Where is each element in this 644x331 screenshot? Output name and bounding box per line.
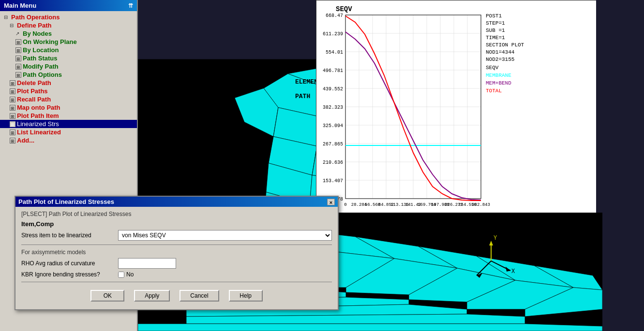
svg-text:0: 0 bbox=[344, 202, 346, 207]
stress-item-row: Stress item to be linearized von Mises S… bbox=[21, 230, 332, 241]
menu-title: Main Menu bbox=[4, 2, 36, 9]
rho-label: RHO Avg radius of curvature bbox=[21, 260, 118, 267]
chart-svg: SEQV POST1 STEP=1 SUB =1 TIME=1 SECTION … bbox=[316, 0, 596, 223]
sidebar-item-define-path[interactable]: ⊟ Define Path bbox=[0, 21, 137, 29]
svg-text:496.781: 496.781 bbox=[323, 68, 343, 73]
sidebar-item-by-location[interactable]: ⊞ By Location bbox=[0, 46, 137, 54]
svg-marker-141 bbox=[138, 324, 602, 331]
sidebar-item-plot-path-item[interactable]: ⊞ Plot Path Item bbox=[0, 112, 137, 120]
dialog-body: [PLSECT] Path Plot of Linearized Stresse… bbox=[15, 207, 338, 309]
svg-text:325.094: 325.094 bbox=[323, 123, 343, 129]
arrow-icon: ↗ bbox=[15, 31, 21, 36]
sidebar-item-path-operations[interactable]: ⊟ Path Operations bbox=[0, 13, 137, 21]
box-icon: ⊞ bbox=[15, 47, 21, 53]
stress-item-select[interactable]: von Mises SEQV bbox=[118, 230, 332, 241]
apply-button[interactable]: Apply bbox=[134, 290, 170, 302]
stress-item-label: Stress item to be linearized bbox=[21, 232, 118, 239]
no-label: No bbox=[126, 271, 134, 278]
box-icon: ⊞ bbox=[10, 97, 15, 102]
svg-text:SEQV: SEQV bbox=[486, 65, 499, 71]
dialog-title: Path Plot of Linearized Stresses bbox=[18, 198, 114, 205]
svg-text:POST1: POST1 bbox=[486, 13, 502, 19]
box-icon: ⊞ bbox=[15, 56, 21, 61]
svg-text:153.407: 153.407 bbox=[323, 178, 343, 184]
axisymmetric-label: For axisymmetric models bbox=[21, 249, 332, 256]
sidebar-item-add[interactable]: ⊞ Add... bbox=[0, 136, 137, 144]
svg-rect-58 bbox=[316, 0, 596, 223]
help-button[interactable]: Help bbox=[229, 290, 263, 302]
sidebar-item-linearized-strs[interactable]: ⊞ Linearized Strs bbox=[0, 120, 137, 128]
sidebar-item-delete-path[interactable]: ⊞ Delete Path bbox=[0, 79, 137, 87]
svg-text:282.843: 282.843 bbox=[472, 202, 490, 207]
sidebar-item-path-status[interactable]: ⊞ Path Status bbox=[0, 54, 137, 62]
box-icon: ⊞ bbox=[10, 113, 15, 119]
svg-text:NOD2=3155: NOD2=3155 bbox=[486, 57, 514, 62]
expand-icon: ⊟ bbox=[4, 14, 10, 20]
expand-icon: ⊟ bbox=[10, 23, 15, 29]
sidebar-item-path-options[interactable]: ⊞ Path Options bbox=[0, 71, 137, 79]
svg-text:STEP=1: STEP=1 bbox=[486, 20, 505, 26]
svg-text:SUB =1: SUB =1 bbox=[486, 28, 505, 33]
svg-text:Y: Y bbox=[494, 235, 497, 242]
box-icon: ⊞ bbox=[10, 88, 15, 94]
svg-text:554.01: 554.01 bbox=[326, 50, 343, 55]
sidebar-item-on-working-plane[interactable]: ⊞ On Working Plane bbox=[0, 38, 137, 46]
svg-text:382.323: 382.323 bbox=[323, 105, 343, 110]
sidebar-item-map-onto-path[interactable]: ⊞ Map onto Path bbox=[0, 103, 137, 112]
box-icon: ⊞ bbox=[15, 72, 21, 78]
box-icon: ⊞ bbox=[15, 64, 21, 70]
dialog-buttons: OK Apply Cancel Help bbox=[21, 286, 332, 305]
sidebar-item-list-linearized[interactable]: ⊞ List Linearized bbox=[0, 128, 137, 136]
box-icon: ⊞ bbox=[10, 105, 15, 111]
path-plot-dialog: Path Plot of Linearized Stresses × [PLSE… bbox=[15, 196, 339, 310]
box-icon: ⊞ bbox=[10, 80, 15, 86]
kbr-row: KBR Ignore bending stresses? No bbox=[21, 271, 332, 278]
dialog-separator-2 bbox=[21, 282, 332, 282]
box-icon: ⊞ bbox=[10, 121, 15, 127]
dialog-section-label: Item,Comp bbox=[21, 220, 332, 228]
sidebar-item-recall-path[interactable]: ⊞ Recall Path bbox=[0, 95, 137, 103]
menu-titlebar: Main Menu ⇈ bbox=[0, 0, 137, 11]
svg-text:PATH: PATH bbox=[295, 93, 310, 100]
box-icon: ⊞ bbox=[15, 39, 21, 45]
svg-text:210.636: 210.636 bbox=[323, 160, 343, 165]
svg-text:611.239: 611.239 bbox=[323, 31, 343, 37]
kbr-checkbox[interactable] bbox=[118, 272, 124, 278]
svg-text:PATH2: PATH2 bbox=[535, 224, 554, 231]
box-icon: ⊞ bbox=[10, 138, 15, 144]
dialog-subtitle: [PLSECT] Path Plot of Linearized Stresse… bbox=[21, 211, 332, 217]
sidebar-item-by-nodes[interactable]: ↗ By Nodes bbox=[0, 29, 137, 38]
svg-text:TIME=1: TIME=1 bbox=[486, 35, 505, 41]
chart-area: SEQV POST1 STEP=1 SUB =1 TIME=1 SECTION … bbox=[316, 0, 596, 222]
svg-text:439.552: 439.552 bbox=[323, 86, 343, 92]
svg-point-152 bbox=[538, 238, 541, 241]
svg-point-151 bbox=[531, 240, 534, 243]
sidebar-item-modify-path[interactable]: ⊞ Modify Path bbox=[0, 62, 137, 71]
menu-collapse-icon[interactable]: ⇈ bbox=[128, 2, 133, 9]
svg-text:TOTAL: TOTAL bbox=[486, 88, 502, 94]
box-icon: ⊞ bbox=[10, 130, 15, 135]
cancel-button[interactable]: Cancel bbox=[180, 290, 219, 302]
rho-input[interactable] bbox=[118, 258, 176, 269]
dialog-titlebar: Path Plot of Linearized Stresses × bbox=[15, 197, 338, 207]
svg-text:668.47: 668.47 bbox=[326, 13, 343, 18]
sidebar-item-plot-paths[interactable]: ⊞ Plot Paths bbox=[0, 87, 137, 95]
dialog-separator bbox=[21, 245, 332, 245]
svg-text:MEM+BEND: MEM+BEND bbox=[486, 80, 511, 86]
kbr-label: KBR Ignore bending stresses? bbox=[21, 271, 118, 278]
rho-row: RHO Avg radius of curvature bbox=[21, 258, 332, 269]
dialog-close-button[interactable]: × bbox=[327, 199, 335, 205]
svg-text:SECTION PLOT: SECTION PLOT bbox=[486, 42, 524, 48]
svg-text:MEMBRANE: MEMBRANE bbox=[486, 72, 511, 78]
ok-button[interactable]: OK bbox=[90, 290, 124, 302]
svg-text:267.865: 267.865 bbox=[323, 142, 343, 147]
svg-text:X: X bbox=[511, 268, 515, 275]
chart-title: SEQV bbox=[336, 5, 352, 13]
svg-text:NOD1=4344: NOD1=4344 bbox=[486, 49, 515, 55]
